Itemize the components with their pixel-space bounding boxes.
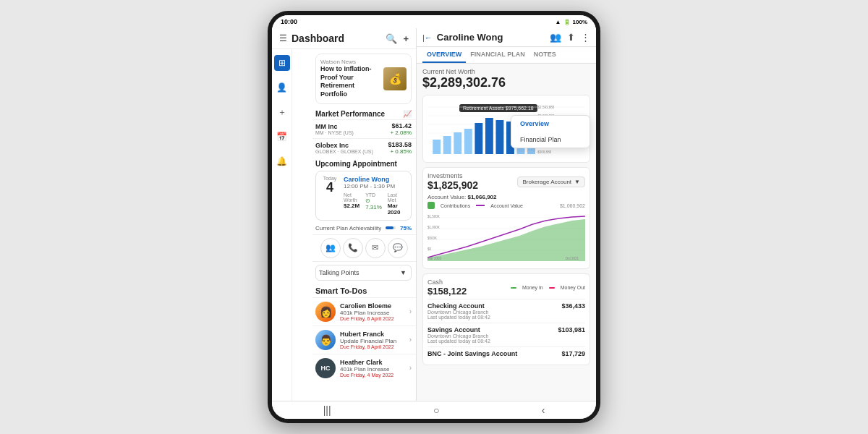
checking-note: Last updated today at 08:42 <box>427 315 490 320</box>
tab-financial-plan[interactable]: FINANCIAL PLAN <box>466 47 529 63</box>
add-icon[interactable]: + <box>403 33 409 44</box>
more-icon[interactable]: ⋮ <box>581 32 590 43</box>
todo-item-0[interactable]: 👩 Carolien Bloeme 401k Plan Increase Due… <box>312 297 416 326</box>
date-num: 4 <box>326 181 333 194</box>
tabs: OVERVIEW FINANCIAL PLAN NOTES <box>417 47 596 64</box>
appointment-date: Today 4 <box>320 176 339 216</box>
market-name-globex: Globex Inc <box>315 142 373 149</box>
appt-stats: Net Worth $2.2M YTD ⊙ 7.31% <box>344 192 407 216</box>
action-email-icon[interactable]: ✉ <box>365 238 386 258</box>
right-panel: |← Caroline Wong 👥 ⬆ ⋮ OVERVIEW FINANCIA… <box>417 28 596 401</box>
top-bar-icons: 🔍 + <box>386 33 409 44</box>
todo-task-0: 401k Plan Increase <box>340 310 405 316</box>
investments-section: Investments $1,825,902 Brokerage Account… <box>422 167 590 269</box>
sidebar-icon-calendar[interactable]: 📅 <box>274 129 290 145</box>
svg-rect-8 <box>464 129 472 154</box>
market-item-globex[interactable]: Globex Inc GLOBEX · GLOBEX (US) $183.58 … <box>312 138 416 157</box>
market-item-mm[interactable]: MM Inc MM · NYSE (US) $61.42 + 2.08% <box>312 119 416 138</box>
net-worth-label: Current Net Worth <box>422 68 590 75</box>
mm-change: + 2.08% <box>390 129 412 136</box>
brokerage-select[interactable]: Brokerage Account ▼ <box>517 176 585 187</box>
money-in-dot <box>511 287 516 289</box>
svg-text:$500K: $500K <box>427 237 438 240</box>
talking-points-chevron: ▼ <box>400 269 407 276</box>
todo-content-1: Hubert Franck Update Financial Plan Due … <box>340 331 405 349</box>
todo-name-2: Heather Clark <box>340 359 405 366</box>
status-time: 10:00 <box>281 18 297 25</box>
back-icon[interactable]: |← <box>422 33 433 42</box>
news-text: Watson News How to Inflation-Proof Your … <box>320 59 379 99</box>
ytd-label: YTD <box>365 192 383 197</box>
todo-due-1: Due Friday, 8 April 2022 <box>340 344 405 349</box>
last-met-label: Last Met <box>388 192 407 203</box>
sidebar-icon-bell[interactable]: 🔔 <box>274 153 290 169</box>
appt-client-name: Caroline Wong <box>344 176 407 183</box>
svg-text:$1,000K: $1,000K <box>427 226 441 229</box>
right-header-icons: 👥 ⬆ ⋮ <box>550 32 590 43</box>
dashboard-title: Dashboard <box>292 33 344 44</box>
tab-overview[interactable]: OVERVIEW <box>422 47 466 63</box>
investments-label: Investments <box>427 172 478 179</box>
appointment-detail: Caroline Wong 12:00 PM - 1:30 PM Net Wor… <box>344 176 407 216</box>
appointment-card[interactable]: Today 4 Caroline Wong 12:00 PM - 1:30 PM… <box>315 171 412 221</box>
svg-text:-$500,880: -$500,880 <box>537 150 552 154</box>
sidebar-icon-add[interactable]: ＋ <box>274 104 290 120</box>
market-sub-mm: MM · NYSE (US) <box>315 130 354 135</box>
dropdown-overlay: Overview Financial Plan <box>511 115 590 148</box>
account-row-bnc: BNC - Joint Savings Account $17,729 <box>427 350 585 357</box>
svg-rect-6 <box>443 136 451 154</box>
mm-price: $61.42 <box>390 122 412 129</box>
action-phone-icon[interactable]: 📞 <box>343 238 363 258</box>
svg-text:Mar 2003: Mar 2003 <box>427 257 441 260</box>
cash-label: Cash <box>427 278 467 286</box>
dropdown-item-financial-plan[interactable]: Financial Plan <box>511 132 590 148</box>
bnc-amount: $17,729 <box>561 350 585 357</box>
market-title: Market Performance <box>315 110 385 118</box>
smart-todos-title: Smart To-Dos <box>312 284 416 297</box>
appt-last-met: Last Met Mar 2020 <box>388 192 407 216</box>
todo-chevron-2: › <box>409 364 412 372</box>
net-worth-val: $2.2M <box>344 203 361 209</box>
sidebar-icon-home[interactable]: ⊞ <box>274 55 290 71</box>
bnc-name: BNC - Joint Savings Account <box>427 350 517 357</box>
svg-text:$0: $0 <box>427 247 431 251</box>
account-item-bnc[interactable]: BNC - Joint Savings Account $17,729 <box>427 346 585 360</box>
share-icon[interactable]: ⬆ <box>567 32 575 43</box>
wifi-icon: ▲ <box>556 19 561 25</box>
right-content: Current Net Worth $2,289,302.76 Retireme… <box>417 64 596 401</box>
client-name: Caroline Wong <box>437 32 503 43</box>
left-content: Watson News How to Inflation-Proof Your … <box>312 49 416 401</box>
todo-item-2[interactable]: HC Heather Clark 401k Plan Increase Due … <box>312 354 416 382</box>
sidebar-icon-people[interactable]: 👤 <box>274 80 290 95</box>
group-icon[interactable]: 👥 <box>550 32 561 43</box>
tab-notes[interactable]: NOTES <box>529 47 561 63</box>
left-panel: ☰ Dashboard 🔍 + ⊞ 👤 ＋ 📅 🔔 <box>272 28 417 401</box>
dropdown-item-overview[interactable]: Overview <box>511 116 590 132</box>
money-out-label: Money Out <box>561 285 585 290</box>
talking-points[interactable]: Talking Points ▼ <box>315 265 412 281</box>
account-item-checking[interactable]: Checking Account Downtown Chicago Branch… <box>427 299 585 323</box>
news-card[interactable]: Watson News How to Inflation-Proof Your … <box>315 54 412 104</box>
device-screen: 10:00 ▲ 🔋 100% ☰ Dashboard 🔍 <box>272 15 596 419</box>
action-chat-icon[interactable]: 💬 <box>388 238 408 258</box>
bottom-nav-menu[interactable]: ||| <box>323 404 331 416</box>
checking-left: Checking Account Downtown Chicago Branch… <box>427 302 490 320</box>
market-chart-icon: 📈 <box>403 110 412 118</box>
action-group-icon[interactable]: 👥 <box>320 238 341 258</box>
search-icon[interactable]: 🔍 <box>386 33 397 44</box>
todo-avatar-1: 👨 <box>315 330 336 350</box>
bottom-nav-home[interactable]: ○ <box>433 404 439 416</box>
bottom-nav-back[interactable]: ‹ <box>542 404 545 416</box>
svg-rect-7 <box>454 132 461 154</box>
savings-name: Savings Account <box>427 326 490 333</box>
brokerage-label: Brokerage Account <box>522 179 571 185</box>
account-item-savings[interactable]: Savings Account Downtown Chicago Branch … <box>427 323 585 346</box>
todo-item-1[interactable]: 👨 Hubert Franck Update Financial Plan Du… <box>312 326 416 354</box>
svg-text:$1,500K: $1,500K <box>427 215 441 218</box>
market-section: Market Performance 📈 <box>312 107 416 119</box>
menu-icon[interactable]: ☰ <box>279 33 287 43</box>
talking-points-label: Talking Points <box>319 269 359 276</box>
cash-legend: Money In Money Out <box>511 285 585 290</box>
market-price-globex: $183.58 + 0.85% <box>388 141 412 155</box>
todo-task-2: 401k Plan Increase <box>340 366 405 373</box>
